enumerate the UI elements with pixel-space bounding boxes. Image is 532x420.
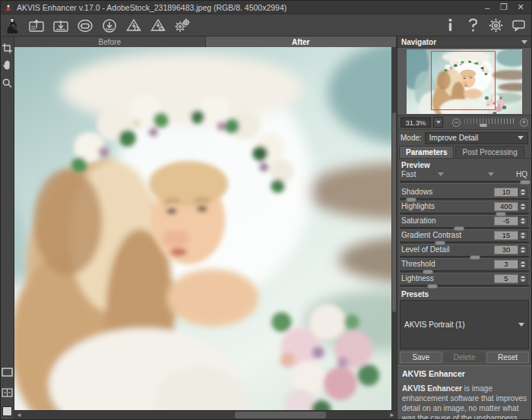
spinner-buttons[interactable] [518,245,527,254]
split-view-icon[interactable] [2,386,14,399]
slider-track[interactable] [400,226,529,230]
zoom-tool-icon[interactable] [2,76,14,90]
left-toolbar [1,36,14,419]
save-image-icon[interactable] [49,15,72,35]
chevron-down-icon[interactable] [521,40,527,44]
print-icon[interactable] [74,15,97,35]
tab-post-processing[interactable]: Post Processing [455,146,524,158]
preview-speed-row: Fast HQ [397,170,531,178]
preview-label: Preview [397,159,531,170]
slider-track[interactable] [400,211,529,216]
preview-fast-label: Fast [401,170,416,178]
delete-button[interactable]: Delete [443,352,486,363]
horizontal-scroll-thumb[interactable] [235,412,326,418]
about-info-icon[interactable] [442,16,458,34]
mode-dropdown[interactable]: Improve Detail [425,132,528,144]
zoom-in-button[interactable]: + [520,118,528,127]
navigator-preview[interactable] [397,48,531,115]
close-button[interactable]: ✕ [513,2,528,13]
slider-handle[interactable] [496,212,506,216]
spinner-buttons[interactable] [518,202,527,211]
akvis-logo-icon[interactable] [1,14,24,36]
slider-handle[interactable] [470,255,480,260]
slider-track[interactable] [400,197,529,201]
horizontal-scrollbar[interactable]: ◄ ► [14,410,397,419]
view-tabs: Before After [14,36,397,47]
vertical-scroll-thumb[interactable] [392,112,396,312]
spinner-buttons[interactable] [518,274,527,283]
slider-shadows: Shadows 10 [397,187,531,201]
preview-quality-slider[interactable] [400,179,529,185]
zoom-out-button[interactable]: − [452,118,461,127]
parameter-tabs: Parameters Post Processing [397,146,531,159]
spinner-buttons[interactable] [518,260,527,269]
zoom-slider[interactable] [463,118,518,127]
slider-handle[interactable] [423,270,433,274]
slider-track[interactable] [400,283,529,288]
batch-processing-icon[interactable] [122,15,145,35]
preferences-icon[interactable] [171,15,194,35]
image-viewport[interactable] [14,47,391,410]
tab-after[interactable]: After [206,36,397,47]
scroll-right-arrow[interactable]: ► [388,411,397,420]
navigator-zoom-handle[interactable] [480,124,487,127]
import-settings-icon[interactable] [98,15,121,35]
mode-row: Mode: Improve Detail [397,130,531,146]
slider-handle[interactable] [454,226,464,231]
spinner-buttons[interactable] [518,231,527,240]
vertical-scrollbar[interactable] [391,47,397,410]
preview-tick-icon [438,172,444,176]
slider-value-input[interactable]: 30 [494,245,518,254]
minimize-button[interactable]: – [480,2,495,13]
preview-slider-handle[interactable] [520,180,530,185]
help-icon[interactable] [464,16,481,34]
photo-after [14,47,391,410]
background-color-swatch[interactable] [2,406,12,416]
slider-label: Gradient Contrast [401,231,494,239]
window-title: AKVIS Enhancer v.17.0 - AdobeStock_23189… [17,3,287,12]
spinner-buttons[interactable] [518,216,527,226]
scroll-left-arrow[interactable]: ◄ [14,411,24,420]
export-actions-icon[interactable] [147,15,169,35]
slider-threshold: Threshold 3 [397,259,531,273]
slider-saturation: Saturation -5 [397,216,531,230]
slider-value-input[interactable]: 3 [494,260,518,269]
slider-track[interactable] [400,269,529,273]
open-image-icon[interactable] [25,15,48,35]
slider-handle[interactable] [406,197,416,202]
save-button[interactable]: Save [400,352,442,363]
tab-parameters[interactable]: Parameters [399,146,454,158]
settings-icon[interactable] [487,16,504,34]
about-text: AKVIS Enhancer is image enhancement soft… [402,384,527,420]
zoom-value[interactable]: 31.3% [401,117,431,128]
hand-tool-icon[interactable] [2,58,14,72]
navigator-view-rectangle[interactable] [431,51,496,110]
presets-dropdown[interactable]: AKVIS Portrait (1) [400,300,529,349]
tab-before[interactable]: Before [14,36,206,47]
settings-panel: Navigator 31.3% − + Mode: [397,36,531,419]
zoom-dropdown-button[interactable] [433,117,443,128]
slider-value-input[interactable]: -5 [494,216,518,226]
slider-value-input[interactable]: 5 [494,274,518,283]
zoom-slider-ticks [464,118,516,124]
slider-handle[interactable] [435,241,445,245]
maximize-button[interactable]: ❒ [496,2,511,13]
feedback-icon[interactable] [510,16,527,34]
slider-value-input[interactable]: 15 [494,231,518,240]
mode-value: Improve Detail [429,134,478,142]
slider-label: Saturation [401,216,494,225]
spinner-buttons[interactable] [518,188,527,197]
slider-track[interactable] [400,240,529,245]
slider-value-input[interactable]: 10 [494,188,518,197]
mode-label: Mode: [401,134,422,142]
single-view-icon[interactable] [2,365,14,379]
slider-value-input[interactable]: 400 [494,202,518,211]
navigator-header[interactable]: Navigator [397,36,531,48]
slider-handle[interactable] [427,284,438,289]
slider-gradient-contrast: Gradient Contrast 15 [397,230,531,245]
preset-selected: AKVIS Portrait (1) [404,321,464,329]
crop-tool-icon[interactable] [2,41,14,55]
reset-button[interactable]: Reset [486,352,529,363]
slider-track[interactable] [400,254,529,259]
slider-label: Shadows [401,188,494,196]
